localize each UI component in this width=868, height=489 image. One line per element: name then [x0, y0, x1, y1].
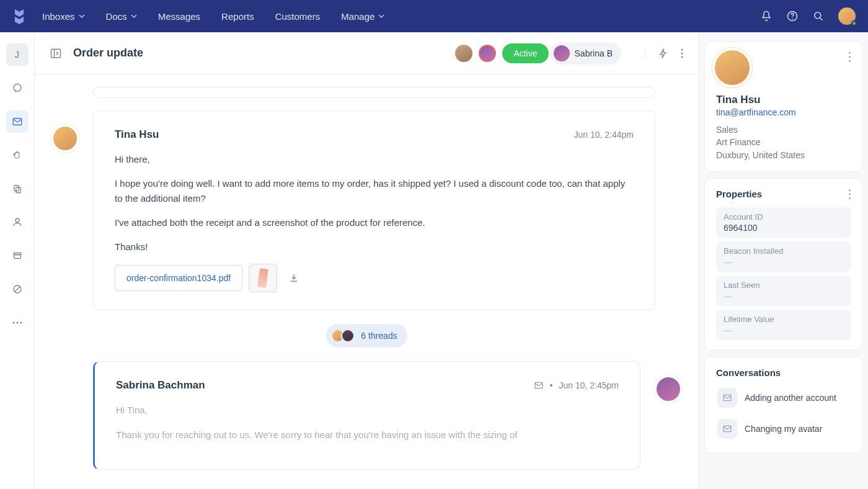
svg-rect-6 — [14, 186, 19, 191]
svg-rect-21 — [535, 383, 542, 388]
rail-workspace-button[interactable]: J — [6, 43, 29, 66]
collapse-sidebar-icon[interactable] — [50, 47, 62, 60]
svg-point-27 — [849, 197, 851, 199]
customer-side-panel: Tina Hsu tina@artfinance.com Sales Art F… — [699, 32, 868, 489]
profile-more-icon[interactable] — [848, 52, 851, 87]
threads-label: 6 threads — [361, 331, 397, 341]
svg-point-2 — [815, 12, 821, 19]
svg-line-12 — [14, 287, 20, 292]
svg-point-4 — [14, 84, 21, 91]
svg-point-26 — [849, 193, 851, 195]
conversation-main: Order update Active Sabrina B — [35, 32, 699, 489]
svg-point-14 — [16, 322, 18, 324]
top-nav: Inboxes Docs Messages Reports Customers … — [0, 0, 868, 32]
status-online-dot — [851, 20, 857, 26]
notifications-icon[interactable] — [760, 10, 773, 22]
previous-message-partial — [93, 87, 655, 98]
participant-avatar[interactable] — [479, 45, 496, 62]
conversation-participants: Active Sabrina B — [455, 42, 621, 65]
attachment-pdf[interactable]: order-confirmation1034.pdf — [115, 265, 242, 291]
rail-hand-icon[interactable] — [6, 144, 29, 166]
attachment-image[interactable] — [249, 264, 277, 292]
assignee-avatar — [554, 45, 570, 61]
bolt-icon[interactable] — [658, 48, 669, 59]
top-nav-right — [760, 7, 856, 25]
svg-rect-29 — [724, 426, 731, 431]
properties-list: Account ID 6964100 Beacon Installed — La… — [716, 207, 851, 340]
svg-rect-16 — [51, 49, 61, 57]
conversation-link[interactable]: Adding another account — [716, 384, 851, 411]
conversation-actions — [645, 48, 684, 59]
nav-label: Customers — [275, 11, 321, 22]
reply-card: Sabrina Bachman • Jun 10, 2:45pm Hi Tina… — [93, 361, 640, 470]
rail-chat-icon[interactable] — [6, 77, 29, 99]
rail-more-icon[interactable] — [6, 312, 29, 334]
nav-label: Inboxes — [42, 11, 75, 22]
profile-meta: Sales Art Finance Duxbury, United States — [716, 123, 851, 161]
conversation-link[interactable]: Changing my avatar — [716, 415, 851, 442]
properties-more-icon[interactable] — [848, 189, 851, 200]
svg-point-8 — [16, 218, 19, 222]
svg-rect-7 — [16, 187, 20, 193]
mail-icon — [717, 388, 737, 408]
properties-title: Properties — [716, 189, 762, 200]
property-item[interactable]: Last Seen — — [716, 276, 851, 306]
nav-customers[interactable]: Customers — [275, 11, 321, 22]
message-timestamp: Jun 10, 2:44pm — [574, 128, 634, 141]
mail-icon — [717, 419, 737, 439]
customer-avatar — [51, 124, 79, 153]
conversation-header: Order update Active Sabrina B — [35, 32, 699, 74]
rail-inbox-icon[interactable] — [6, 110, 29, 133]
customer-message: Tina Hsu Jun 10, 2:44pm Hi there, I hope… — [93, 110, 655, 310]
nav-docs[interactable]: Docs — [106, 11, 137, 22]
svg-rect-10 — [14, 255, 20, 259]
participant-avatar[interactable] — [455, 45, 472, 62]
nav-reports[interactable]: Reports — [221, 11, 254, 22]
left-rail: J — [0, 32, 35, 489]
message-body: Hi there, I hope you're doing well. I wa… — [115, 152, 634, 254]
assignee-name: Sabrina B — [575, 48, 613, 58]
nav-label: Reports — [221, 11, 254, 22]
attachments: order-confirmation1034.pdf — [115, 264, 634, 292]
search-icon[interactable] — [812, 10, 825, 22]
svg-point-23 — [849, 56, 851, 58]
property-item[interactable]: Account ID 6964100 — [716, 207, 851, 238]
nav-manage[interactable]: Manage — [341, 11, 384, 22]
chevron-down-icon — [79, 14, 85, 18]
property-item[interactable]: Lifetime Value — — [716, 310, 851, 340]
conversation-title: Order update — [73, 47, 444, 60]
nav-messages[interactable]: Messages — [158, 11, 200, 22]
rail-user-icon[interactable] — [6, 211, 29, 233]
help-icon[interactable] — [786, 10, 799, 22]
download-icon[interactable] — [288, 272, 299, 284]
chevron-down-icon — [378, 14, 384, 18]
rail-block-icon[interactable] — [6, 278, 29, 300]
conversations-title: Conversations — [716, 367, 851, 378]
svg-point-1 — [792, 18, 793, 19]
svg-point-13 — [12, 322, 14, 324]
threads-indicator[interactable]: 6 threads — [326, 324, 407, 348]
svg-point-22 — [849, 52, 851, 54]
assignee-chip[interactable]: Sabrina B — [550, 42, 621, 65]
svg-point-20 — [681, 56, 683, 58]
thread-scroll[interactable]: Tina Hsu Jun 10, 2:44pm Hi there, I hope… — [35, 74, 699, 489]
rail-copy-icon[interactable] — [6, 177, 29, 200]
nav-inboxes[interactable]: Inboxes — [42, 11, 85, 22]
app-logo[interactable] — [12, 8, 26, 24]
status-pill[interactable]: Active — [502, 43, 548, 63]
svg-point-25 — [849, 189, 851, 191]
more-icon[interactable] — [680, 48, 684, 59]
agent-reply: Sabrina Bachman • Jun 10, 2:45pm Hi Tina… — [93, 361, 640, 470]
svg-point-19 — [681, 52, 683, 54]
current-user-avatar[interactable] — [838, 7, 856, 25]
properties-card: Properties Account ID 6964100 Beacon Ins… — [704, 178, 863, 351]
property-item[interactable]: Beacon Installed — — [716, 241, 851, 272]
profile-card: Tina Hsu tina@artfinance.com Sales Art F… — [704, 41, 863, 172]
svg-point-24 — [849, 60, 851, 62]
nav-label: Docs — [106, 11, 127, 22]
profile-email[interactable]: tina@artfinance.com — [716, 107, 851, 117]
rail-archive-icon[interactable] — [6, 244, 29, 267]
svg-point-18 — [681, 48, 683, 50]
conversations-list: Adding another account Changing my avata… — [716, 384, 851, 442]
svg-line-3 — [820, 18, 823, 20]
